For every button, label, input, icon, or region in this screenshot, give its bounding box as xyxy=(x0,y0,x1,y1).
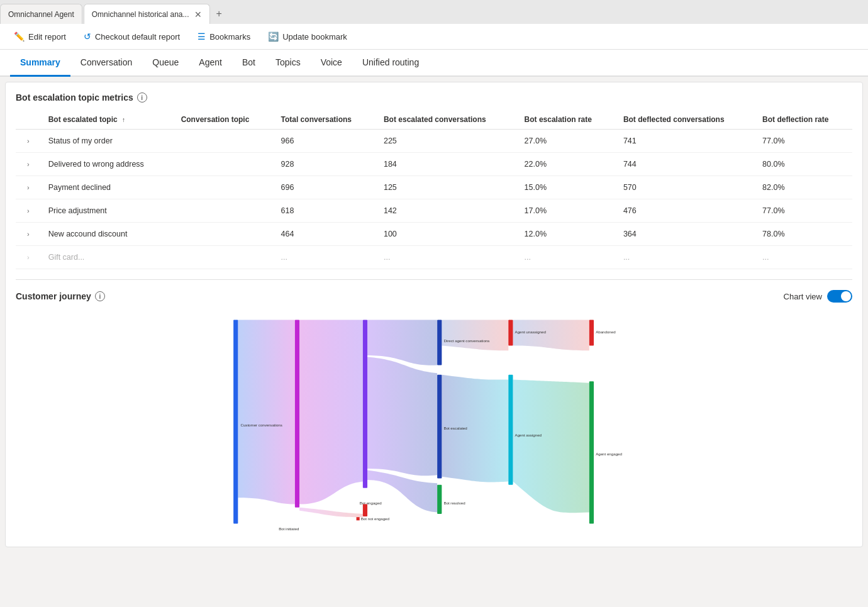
node-bot-engaged xyxy=(363,320,367,487)
toolbar: ✏️ Edit report ↺ Checkout default report… xyxy=(0,24,868,50)
cell-defl-rate: 80.0% xyxy=(755,153,852,176)
row-expand-button[interactable]: › xyxy=(23,136,33,146)
label-abandoned: Abandoned xyxy=(596,330,616,334)
table-header-row: Bot escalated topic ↑ Conversation topic… xyxy=(16,110,852,130)
bookmark-icon: ☰ xyxy=(198,31,206,42)
expand-cell: › xyxy=(16,246,41,269)
tab-close-icon[interactable]: ✕ xyxy=(194,9,202,19)
browser-chrome: Omnichannel Agent Omnichannel historical… xyxy=(0,0,868,24)
nav-tabs: Summary Conversation Queue Agent Bot Top… xyxy=(0,50,868,77)
cell-conv-topic xyxy=(174,246,274,269)
cell-conv-topic xyxy=(174,199,274,223)
th-bot-deflected-conversations: Bot deflected conversations xyxy=(616,110,755,130)
bot-metrics-header: Bot escalation topic metrics i xyxy=(16,92,852,103)
cell-escalated: ... xyxy=(376,246,517,269)
th-conversation-topic: Conversation topic xyxy=(174,110,274,130)
cell-deflected: 476 xyxy=(616,199,755,223)
flow-assigned-engaged xyxy=(513,380,589,513)
tab-queue[interactable]: Queue xyxy=(142,50,189,77)
label-bot-resolved: Bot resolved xyxy=(443,501,465,505)
tab-omnichannel-agent[interactable]: Omnichannel Agent xyxy=(0,4,82,24)
cell-conv-topic xyxy=(174,130,274,153)
node-agent-engaged xyxy=(589,381,594,523)
cell-total: 966 xyxy=(274,130,376,153)
flow-engaged-escalated xyxy=(367,357,437,476)
row-expand-button[interactable]: › xyxy=(23,252,33,262)
expand-cell: › xyxy=(16,153,41,176)
add-tab-button[interactable]: + xyxy=(211,6,227,22)
flow-direct-unassigned xyxy=(442,320,508,350)
tab-conversation[interactable]: Conversation xyxy=(70,50,143,77)
tab-bar: Omnichannel Agent Omnichannel historical… xyxy=(0,0,868,24)
chart-view-switch[interactable] xyxy=(827,290,852,303)
sankey-svg: Customer conversations Bot initiated Bot… xyxy=(16,310,852,537)
bot-metrics-section: Bot escalation topic metrics i Bot escal… xyxy=(6,82,862,279)
cell-conv-topic xyxy=(174,176,274,199)
edit-icon: ✏️ xyxy=(14,31,25,42)
row-expand-button[interactable]: › xyxy=(23,159,33,169)
cell-defl-rate: 77.0% xyxy=(755,130,852,153)
th-total-conversations: Total conversations xyxy=(274,110,376,130)
cell-escalated: 100 xyxy=(376,223,517,246)
cell-esc-rate: ... xyxy=(517,246,616,269)
cell-escalated: 142 xyxy=(376,199,517,223)
chart-view-label: Chart view xyxy=(784,292,822,301)
bot-metrics-info-icon[interactable]: i xyxy=(137,92,147,103)
cell-total: ... xyxy=(274,246,376,269)
cell-total: 696 xyxy=(274,176,376,199)
tab-summary[interactable]: Summary xyxy=(10,50,70,77)
label-bot-not-engaged: Bot not engaged xyxy=(361,516,390,521)
cell-defl-rate: 78.0% xyxy=(755,223,852,246)
bookmarks-button[interactable]: ☰ Bookmarks xyxy=(194,29,254,44)
toggle-slider xyxy=(827,290,852,303)
edit-report-button[interactable]: ✏️ Edit report xyxy=(10,29,70,44)
bot-metrics-table-wrapper[interactable]: Bot escalated topic ↑ Conversation topic… xyxy=(16,110,852,269)
tab-omnichannel-historical[interactable]: Omnichannel historical ana... ✕ xyxy=(84,4,210,24)
row-expand-button[interactable]: › xyxy=(23,229,33,239)
sort-icon: ↑ xyxy=(122,116,125,123)
cell-deflected: 364 xyxy=(616,223,755,246)
cell-escalated: 225 xyxy=(376,130,517,153)
tab-agent[interactable]: Agent xyxy=(189,50,232,77)
node-bot-resolved xyxy=(437,485,442,514)
journey-header: Customer journey i Chart view xyxy=(16,290,852,303)
node-agent-assigned xyxy=(508,375,513,485)
cell-topic: Delivered to wrong address xyxy=(41,153,174,176)
label-bot-engaged: Bot engaged xyxy=(360,501,382,505)
label-bot-escalated: Bot escalated xyxy=(443,426,467,430)
journey-info-icon[interactable]: i xyxy=(95,291,105,301)
cell-deflected: ... xyxy=(616,246,755,269)
tab-topics[interactable]: Topics xyxy=(265,50,311,77)
journey-title-group: Customer journey i xyxy=(16,291,105,301)
tab-bot[interactable]: Bot xyxy=(232,50,265,77)
node-bot-not-engaged xyxy=(363,504,367,517)
expand-cell: › xyxy=(16,199,41,223)
main-content: Bot escalation topic metrics i Bot escal… xyxy=(5,82,863,547)
label-bot-initiated: Bot initiated xyxy=(279,526,299,531)
cell-defl-rate: 77.0% xyxy=(755,199,852,223)
edit-report-label: Edit report xyxy=(28,32,66,42)
tab-unified-routing[interactable]: Unified routing xyxy=(352,50,429,77)
th-bot-escalation-rate: Bot escalation rate xyxy=(517,110,616,130)
cell-total: 464 xyxy=(274,223,376,246)
row-expand-button[interactable]: › xyxy=(23,182,33,192)
bookmarks-label: Bookmarks xyxy=(209,32,250,42)
cell-total: 618 xyxy=(274,199,376,223)
update-icon: 🔄 xyxy=(268,31,279,42)
cell-total: 928 xyxy=(274,153,376,176)
customer-journey-section: Customer journey i Chart view xyxy=(6,280,862,547)
tab-voice[interactable]: Voice xyxy=(311,50,352,77)
node-bot-escalated xyxy=(437,375,442,479)
table-row: › Payment declined 696 125 15.0% 570 82.… xyxy=(16,176,852,199)
cell-esc-rate: 17.0% xyxy=(517,199,616,223)
label-agent-unassigned: Agent unassigned xyxy=(515,330,547,334)
expand-cell: › xyxy=(16,176,41,199)
cell-conv-topic xyxy=(174,153,274,176)
th-bot-escalated-topic[interactable]: Bot escalated topic ↑ xyxy=(41,110,174,130)
update-bookmark-button[interactable]: 🔄 Update bookmark xyxy=(264,29,351,44)
cell-escalated: 125 xyxy=(376,176,517,199)
row-expand-button[interactable]: › xyxy=(23,206,33,216)
cell-topic: New accound discount xyxy=(41,223,174,246)
table-row: › Delivered to wrong address 928 184 22.… xyxy=(16,153,852,176)
checkout-default-button[interactable]: ↺ Checkout default report xyxy=(80,29,184,44)
